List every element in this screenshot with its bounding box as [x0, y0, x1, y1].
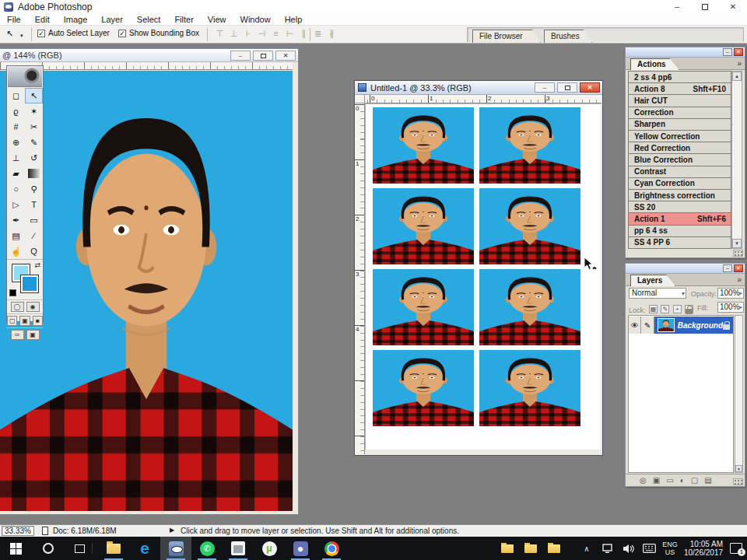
distribute-vertical-center-icon[interactable]: ≣ [313, 29, 323, 39]
lasso-tool[interactable]: ϱ [7, 103, 25, 119]
cortana-button[interactable] [33, 537, 64, 560]
delete-layer-icon[interactable]: ▤ [704, 476, 711, 485]
tab-brushes[interactable]: Brushes [544, 30, 592, 43]
crop-tool[interactable]: # [7, 119, 25, 135]
menu-filter[interactable]: Filter [167, 15, 200, 24]
layer-set-icon[interactable]: ▭ [666, 476, 673, 485]
jump-to-imageready-button[interactable]: ⇨ [11, 330, 24, 340]
rectangular-marquee-tool[interactable]: ◻ [7, 88, 25, 103]
menu-file[interactable]: File [0, 15, 28, 24]
left-doc-titlebar[interactable]: @ 144% (RGB) – ✕ [0, 49, 298, 62]
network-icon[interactable] [599, 537, 616, 560]
type-tool[interactable]: T [25, 197, 43, 212]
checkbox-checked-icon[interactable]: ✓ [118, 30, 126, 37]
scroll-down-icon[interactable]: ▼ [732, 239, 742, 248]
left-doc-canvas[interactable] [0, 71, 293, 511]
distribute-bottom-icon[interactable]: ∦ [327, 29, 337, 39]
new-layer-icon[interactable]: ▢ [691, 476, 698, 485]
tool-preset-dropdown-icon[interactable]: ▾ [20, 33, 23, 39]
align-vertical-center-icon[interactable]: ⊥ [229, 29, 239, 39]
history-brush-tool[interactable]: ↺ [25, 150, 43, 166]
action-item-red-correction[interactable]: Red Correction [628, 142, 731, 154]
auto-select-layer-checkbox[interactable]: ✓ Auto Select Layer [37, 29, 110, 37]
eraser-tool[interactable]: ▰ [7, 166, 25, 181]
action-item-blue-correction[interactable]: Blue Correction [628, 153, 731, 166]
move-tool[interactable]: ↖ [25, 88, 43, 103]
action-item-action-1[interactable]: Action 1Shft+F6 [628, 212, 731, 225]
align-top-icon[interactable]: ⊤ [215, 29, 225, 39]
panel-close-button[interactable]: ✕ [734, 264, 743, 272]
lock-transparency-icon[interactable]: ▦ [649, 305, 658, 313]
eyedropper-tool[interactable]: ∕ [25, 228, 43, 243]
tray-folder-window-1[interactable] [496, 537, 518, 560]
taskbar-edge[interactable]: e [129, 537, 160, 560]
tab-actions[interactable]: Actions [630, 58, 679, 70]
background-color-swatch[interactable] [20, 275, 39, 293]
distribute-top-icon[interactable]: ∥ [299, 29, 309, 39]
swap-colors-icon[interactable]: ⇄ [34, 261, 40, 269]
align-right-icon[interactable]: ⊢ [285, 29, 295, 39]
lock-image-icon[interactable]: ✎ [661, 305, 669, 313]
healing-brush-tool[interactable]: ⊕ [7, 135, 25, 150]
magic-wand-tool[interactable]: ✶ [25, 103, 43, 119]
action-item-action-8[interactable]: Action 8Shft+F10 [628, 82, 731, 95]
center-doc-titlebar[interactable]: Untitled-1 @ 33.3% (RGB) – ✕ [355, 81, 602, 95]
blur-tool[interactable]: ○ [7, 181, 25, 197]
document-preview-icon[interactable] [42, 527, 48, 535]
pen-tool[interactable]: ✒ [7, 212, 25, 228]
touch-keyboard-icon[interactable] [640, 537, 658, 560]
panel-menu-icon[interactable]: » [737, 59, 742, 68]
align-left-icon[interactable]: ⊣ [257, 29, 267, 39]
menu-window[interactable]: Window [233, 15, 278, 24]
action-item-hair-cut[interactable]: Hair CUT [628, 94, 731, 107]
clock[interactable]: 10:05 AM10/26/2017 [680, 537, 727, 560]
doc-close-button[interactable]: ✕ [580, 82, 600, 93]
doc-close-button[interactable]: ✕ [275, 51, 296, 61]
layers-panel-titlebar[interactable]: – ✕ [626, 264, 745, 274]
opacity-field[interactable]: 100% ▸ [717, 288, 744, 299]
default-colors-icon[interactable] [9, 289, 16, 296]
panel-resize-grip[interactable] [733, 250, 743, 257]
taskbar-discord[interactable]: ☻ [285, 537, 316, 560]
lock-position-icon[interactable]: + [673, 305, 682, 313]
fullscreen-menubar-button[interactable]: ▣ [19, 316, 30, 326]
layer-mask-icon[interactable]: ▣ [653, 476, 660, 485]
action-item-pp-6-4-ss[interactable]: pp 6 4 ss [628, 225, 731, 237]
gradient-tool[interactable] [28, 169, 40, 178]
panel-minimize-button[interactable]: – [723, 48, 732, 56]
actions-scrollbar[interactable]: ▲ ▼ [731, 71, 742, 249]
taskbar-chrome[interactable] [316, 537, 347, 560]
clone-stamp-tool[interactable]: ⊥ [7, 150, 25, 166]
align-bottom-icon[interactable]: ⊦ [243, 29, 253, 39]
taskbar-photoshop[interactable] [160, 537, 191, 560]
doc-minimize-button[interactable]: – [230, 51, 251, 61]
notes-tool[interactable]: ▤ [7, 228, 25, 243]
slider-arrow-icon[interactable]: ▸ [739, 290, 742, 296]
action-item-sharpen[interactable]: Sharpen [628, 118, 731, 131]
dodge-tool[interactable]: ⚲ [25, 181, 43, 197]
show-bounding-box-checkbox[interactable]: ✓ Show Bounding Box [118, 29, 199, 37]
doc-minimize-button[interactable]: – [535, 82, 555, 93]
toolbox-banner[interactable] [8, 67, 42, 87]
fullscreen-button[interactable]: ■ [33, 316, 43, 326]
taskbar-whatsapp[interactable]: ✆ [191, 537, 223, 560]
action-item-contrast[interactable]: Contrast [628, 166, 731, 178]
notification-center-button[interactable]: 1 [727, 537, 745, 560]
menu-image[interactable]: Image [57, 15, 95, 24]
volume-icon[interactable] [619, 537, 637, 560]
slider-arrow-icon[interactable]: ▸ [739, 304, 742, 310]
action-item-cyan-correction[interactable]: Cyan Correction [628, 177, 731, 190]
hand-tool[interactable]: ☝ [7, 243, 25, 259]
doc-maximize-button[interactable] [253, 51, 273, 61]
doc-maximize-button[interactable] [557, 82, 577, 93]
action-item-2-ss-4-pp6[interactable]: 2 ss 4 pp6 [628, 71, 731, 83]
tray-folder-window-3[interactable] [543, 537, 565, 560]
tray-expand-chevron[interactable]: ∧ [579, 537, 594, 560]
action-item-ss-20[interactable]: SS 20 [628, 201, 731, 213]
quick-mask-mode-button[interactable]: ◉ [26, 302, 40, 312]
layer-style-icon[interactable]: ◎ [640, 476, 647, 485]
align-horizontal-center-icon[interactable]: ≡ [271, 29, 281, 39]
layer-name[interactable]: Background [678, 321, 723, 330]
actions-panel-titlebar[interactable]: – ✕ [626, 47, 745, 58]
tab-layers[interactable]: Layers [630, 275, 675, 286]
